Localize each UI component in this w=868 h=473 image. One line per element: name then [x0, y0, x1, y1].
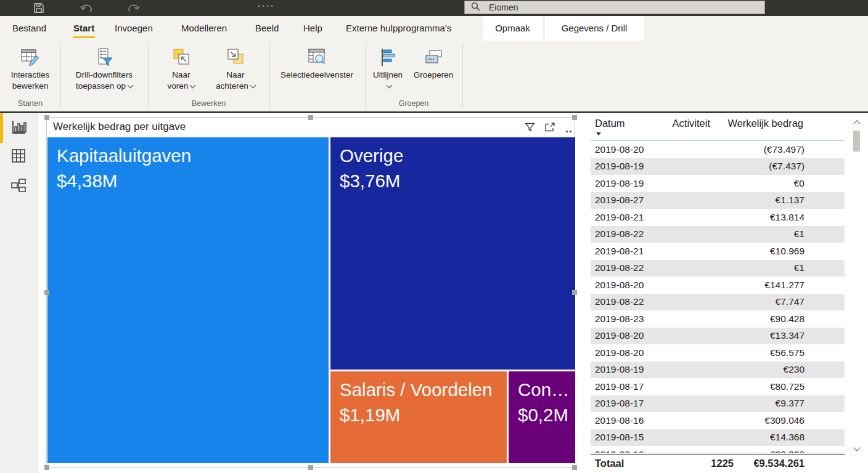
- resize-handle[interactable]: [572, 115, 577, 120]
- table-row[interactable]: 2019-08-22€1: [591, 260, 845, 277]
- align-button[interactable]: Uitlijnen: [368, 45, 407, 87]
- cell-datum: 2019-08-20: [591, 330, 683, 341]
- send-backward-button[interactable]: Naar achteren: [212, 45, 259, 92]
- cell-werkelijk-bedrag: €56.575: [683, 347, 845, 358]
- search-value: Eiomen: [489, 2, 518, 12]
- cell-werkelijk-bedrag: €1: [683, 262, 845, 273]
- table-scrollbar[interactable]: [852, 119, 861, 455]
- table-row[interactable]: 2019-08-20€56.575: [591, 344, 845, 362]
- cell-datum: 2019-08-16: [591, 415, 683, 426]
- column-header-werkelijk-bedrag[interactable]: Werkelijk bedrag: [719, 118, 803, 129]
- edit-interactions-button[interactable]: Interacties bewerken: [3, 45, 57, 92]
- table-row[interactable]: 2019-08-17€80.725: [591, 378, 845, 395]
- tab-opmaak[interactable]: Opmaak: [483, 16, 542, 41]
- table-row[interactable]: 2019-08-23€90.428: [591, 310, 845, 328]
- block-name: Salaris / Voordelen: [340, 378, 497, 403]
- group-divider: [269, 43, 270, 108]
- group-label-starten: Starten: [0, 99, 60, 108]
- treemap-visual[interactable]: Werkelijk bedrag per uitgave Kapitaaluit…: [46, 117, 575, 468]
- tab-beeld[interactable]: Beeld: [255, 16, 279, 41]
- resize-handle[interactable]: [44, 115, 49, 120]
- ribbon-tabs: Bestand Start Invoegen Modelleren Beeld …: [0, 16, 868, 41]
- table-row[interactable]: 2019-08-22€7.747: [591, 294, 845, 311]
- cell-werkelijk-bedrag: €80.725: [683, 381, 845, 392]
- tab-gegevens-drill[interactable]: Gegevens / Drill: [545, 16, 644, 41]
- search-input[interactable]: Eiomen: [464, 1, 765, 14]
- table-row[interactable]: 2019-08-19(€7.437): [591, 158, 845, 176]
- treemap-block-con[interactable]: Con… $0,2M: [509, 371, 575, 463]
- table-row[interactable]: 2019-08-21€13.814: [591, 209, 845, 226]
- group-icon: [423, 45, 444, 70]
- treemap-block-overige[interactable]: Overige $3,76M: [330, 137, 575, 370]
- group-button[interactable]: Groeperen: [409, 45, 458, 81]
- table-row[interactable]: 2019-08-16€33.336: [591, 446, 845, 453]
- focus-mode-icon[interactable]: [544, 123, 555, 135]
- resize-handle[interactable]: [572, 290, 577, 295]
- treemap-block-salaris-voordelen[interactable]: Salaris / Voordelen $1,19M: [330, 371, 507, 463]
- block-value: $3,76M: [340, 169, 566, 194]
- table-row[interactable]: 2019-08-19€0: [591, 175, 845, 192]
- save-icon[interactable]: [33, 2, 44, 16]
- cell-werkelijk-bedrag: €7.747: [683, 296, 845, 307]
- cell-datum: 2019-08-17: [591, 398, 683, 409]
- table-row[interactable]: 2019-08-17€9.377: [591, 395, 845, 413]
- cell-werkelijk-bedrag: €141.277: [683, 280, 845, 291]
- chevron-down-icon: [190, 82, 196, 88]
- visual-title: Werkelijk bedrag per uitgave: [53, 121, 186, 133]
- model-view-icon[interactable]: [10, 177, 27, 196]
- selection-pane-button[interactable]: Selectiedeelvenster: [271, 45, 363, 81]
- scrollbar-thumb[interactable]: [853, 131, 860, 152]
- cell-datum: 2019-08-15: [591, 432, 683, 443]
- selection-pane-label: Selectiedeelvenster: [280, 70, 353, 79]
- group-divider: [60, 43, 61, 108]
- table-row[interactable]: 2019-08-16€309.046: [591, 412, 845, 429]
- data-view-icon[interactable]: [10, 148, 27, 166]
- resize-handle[interactable]: [44, 465, 49, 470]
- titlebar-overflow-button[interactable]: ····: [258, 1, 275, 11]
- tab-help[interactable]: Help: [303, 16, 322, 41]
- edit-interactions-label: Interacties bewerken: [11, 70, 49, 91]
- tab-externe-hulpprogrammas[interactable]: Externe hulpprogramma's: [346, 16, 451, 41]
- table-row[interactable]: 2019-08-22€1: [591, 226, 845, 243]
- resize-handle[interactable]: [572, 465, 577, 470]
- resize-handle[interactable]: [308, 465, 313, 470]
- cell-datum: 2019-08-22: [591, 262, 683, 273]
- drilldown-filters-button[interactable]: Drill-downfilters toepassen op: [63, 45, 145, 92]
- chevron-down-icon: [250, 82, 256, 88]
- treemap-block-kapitaaluitgaven[interactable]: Kapitaaluitgaven $4,38M: [47, 137, 329, 463]
- cell-werkelijk-bedrag: €309.046: [683, 415, 845, 426]
- search-icon: [471, 2, 480, 14]
- table-row[interactable]: 2019-08-15€14.368: [591, 429, 845, 447]
- tab-invoegen[interactable]: Invoegen: [115, 16, 153, 41]
- tab-bestand[interactable]: Bestand: [12, 16, 46, 41]
- undo-icon[interactable]: [80, 2, 94, 16]
- resize-handle[interactable]: [44, 290, 49, 295]
- resize-handle[interactable]: [308, 115, 313, 120]
- chevron-down-icon: [386, 82, 392, 88]
- column-header-activiteit[interactable]: Activiteit: [663, 118, 710, 129]
- filter-icon[interactable]: [525, 123, 535, 135]
- table-row[interactable]: 2019-08-19€230: [591, 362, 845, 379]
- bring-forward-button[interactable]: Naar voren: [162, 45, 201, 92]
- bring-forward-icon: [171, 45, 191, 70]
- column-header-datum[interactable]: Datum: [595, 118, 625, 129]
- group-label: Groeperen: [414, 70, 454, 79]
- scroll-down-icon[interactable]: [853, 444, 860, 451]
- cell-datum: 2019-08-23: [591, 313, 683, 325]
- table-row[interactable]: 2019-08-20(€73.497): [591, 141, 845, 158]
- redo-icon[interactable]: [126, 2, 140, 16]
- title-bar: ···· Eiomen: [0, 0, 868, 16]
- table-row[interactable]: 2019-08-27€1.137: [591, 192, 845, 209]
- scroll-up-icon[interactable]: [853, 120, 860, 127]
- cell-datum: 2019-08-20: [591, 280, 683, 291]
- report-view-icon[interactable]: [10, 119, 27, 138]
- table-row[interactable]: 2019-08-20€13.347: [591, 328, 845, 345]
- table-row[interactable]: 2019-08-21€10.969: [591, 243, 845, 260]
- table-bottom-line: [591, 453, 845, 453]
- view-sidebar: [0, 113, 38, 473]
- block-value: $0,2M: [518, 403, 566, 428]
- table-row[interactable]: 2019-08-20€141.277: [591, 277, 845, 294]
- tab-modelleren[interactable]: Modelleren: [181, 16, 227, 41]
- cell-werkelijk-bedrag: (€73.497): [683, 144, 845, 155]
- cell-datum: 2019-08-20: [591, 347, 683, 358]
